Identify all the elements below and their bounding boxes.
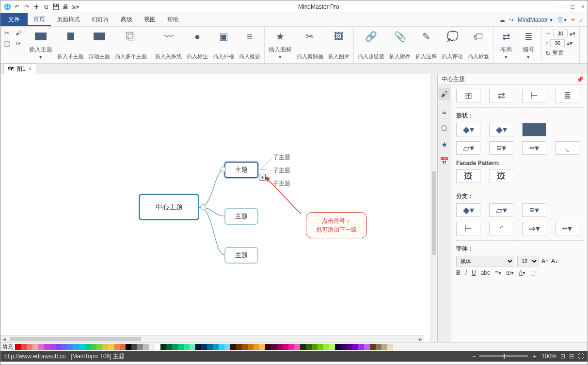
color-swatch[interactable] bbox=[259, 344, 265, 350]
insert-clipart-button[interactable]: ✂插入剪贴画 bbox=[296, 29, 324, 61]
color-swatch[interactable] bbox=[207, 344, 213, 350]
color-swatch[interactable] bbox=[120, 344, 126, 350]
line-dash-button[interactable]: ┅▾ bbox=[522, 141, 546, 155]
vertical-scrollbar[interactable] bbox=[430, 74, 437, 342]
save-icon[interactable]: 💾 bbox=[52, 3, 60, 11]
insert-summary-button[interactable]: ≡插入概要 bbox=[238, 29, 261, 61]
facade-2-button[interactable]: 🖼 bbox=[489, 169, 513, 183]
color-swatch[interactable] bbox=[347, 344, 352, 350]
color-swatch[interactable] bbox=[62, 344, 67, 350]
color-swatch[interactable] bbox=[131, 344, 137, 350]
collapse-handle[interactable]: – bbox=[200, 204, 206, 210]
menu-page-style[interactable]: 页面样式 bbox=[51, 13, 86, 26]
color-swatch[interactable] bbox=[230, 344, 236, 350]
color-swatch[interactable] bbox=[381, 344, 387, 350]
insert-tag-button[interactable]: 🏷插入标签 bbox=[467, 29, 490, 61]
insert-hyperlink-button[interactable]: 🔗插入超链接 bbox=[357, 29, 385, 61]
branch-color-button[interactable]: ◆▾ bbox=[456, 203, 480, 217]
color-swatch[interactable] bbox=[288, 344, 294, 350]
color-swatch[interactable] bbox=[85, 344, 91, 350]
color-swatch[interactable] bbox=[56, 344, 62, 350]
status-url-link[interactable]: http://www.edrawsoft.cn bbox=[4, 353, 66, 360]
insert-image-button[interactable]: 🖼插入图片 bbox=[327, 29, 350, 61]
corner-button[interactable]: ◟ bbox=[555, 141, 579, 155]
insert-relation-button[interactable]: 〰插入关系线 bbox=[154, 29, 183, 61]
color-swatch[interactable] bbox=[102, 344, 108, 350]
branch-dash-button[interactable]: ┅▾ bbox=[555, 222, 579, 235]
insert-topic-button[interactable]: 插入主题▾ bbox=[28, 29, 53, 61]
redo-icon[interactable]: ↷ bbox=[23, 3, 31, 11]
print-icon[interactable]: 🖶 bbox=[62, 3, 69, 11]
shape-button[interactable]: ◆▾ bbox=[489, 123, 513, 136]
globe-icon[interactable]: 🌐 bbox=[3, 3, 11, 11]
cloud-icon[interactable]: ☁ bbox=[499, 17, 505, 23]
fit-width-icon[interactable]: ⊟ bbox=[569, 353, 574, 360]
color-swatch[interactable] bbox=[184, 344, 190, 350]
floating-topic-button[interactable]: 浮动主题 bbox=[88, 29, 111, 61]
brush-icon[interactable]: 🖌 bbox=[14, 29, 23, 37]
outline-tab-icon[interactable]: ≡ bbox=[442, 108, 446, 116]
color-swatch[interactable] bbox=[376, 344, 381, 350]
brand-link[interactable]: MindMaster ▾ bbox=[518, 17, 553, 23]
color-swatch[interactable] bbox=[149, 344, 155, 350]
undo-icon[interactable]: ↶ bbox=[13, 3, 21, 11]
color-swatch[interactable] bbox=[236, 344, 242, 350]
color-swatch[interactable] bbox=[143, 344, 149, 350]
color-swatch[interactable] bbox=[312, 344, 318, 350]
menu-help[interactable]: 帮助 bbox=[161, 13, 185, 26]
color-swatch[interactable] bbox=[190, 344, 195, 350]
color-swatch[interactable] bbox=[364, 344, 370, 350]
color-swatch[interactable] bbox=[73, 344, 79, 350]
theme-tab-icon[interactable]: ⬠ bbox=[441, 124, 447, 133]
minimize-button[interactable]: — bbox=[558, 3, 564, 10]
hspacing-input[interactable] bbox=[553, 30, 568, 37]
font-increase-button[interactable]: A↑ bbox=[541, 258, 548, 265]
color-swatch[interactable] bbox=[201, 344, 207, 350]
numbering-button[interactable]: ≣编号▾ bbox=[519, 29, 538, 61]
color-swatch[interactable] bbox=[294, 344, 300, 350]
shape-rect-button[interactable] bbox=[522, 123, 546, 136]
layout-button[interactable]: ⇄布局▾ bbox=[496, 29, 516, 61]
color-swatch[interactable] bbox=[370, 344, 376, 350]
menu-slideshow[interactable]: 幻灯片 bbox=[86, 13, 115, 26]
color-swatch[interactable] bbox=[155, 344, 160, 350]
color-swatch[interactable] bbox=[335, 344, 341, 350]
fit-page-icon[interactable]: ⊡ bbox=[560, 353, 565, 360]
layout-style-3[interactable]: ⊢ bbox=[522, 89, 546, 102]
share-icon[interactable]: ↪ bbox=[509, 17, 514, 23]
copy-icon[interactable]: ⧉ bbox=[42, 3, 50, 11]
export-icon[interactable]: ⇲▾ bbox=[71, 3, 79, 11]
file-menu[interactable]: 文件 bbox=[0, 13, 28, 26]
font-decrease-button[interactable]: A↓ bbox=[551, 258, 558, 265]
reset-spacing-button[interactable]: ↻重置 bbox=[545, 49, 575, 57]
color-swatch[interactable] bbox=[114, 344, 120, 350]
topic-node-2[interactable]: 主题 bbox=[224, 208, 258, 225]
canvas-area[interactable]: 中心主题 – 主题 ＋ – 主题 主题 子主题 子主题 子主题 点击符号＋ 也可… bbox=[0, 74, 430, 342]
color-swatch[interactable] bbox=[172, 344, 178, 350]
color-swatch[interactable] bbox=[318, 344, 323, 350]
insert-multi-topic-button[interactable]: ⿻插入多个主题 bbox=[114, 29, 148, 61]
center-topic-node[interactable]: 中心主题 bbox=[139, 194, 199, 220]
add-subtopic-handle[interactable]: ＋ bbox=[259, 174, 266, 181]
line-weight-button[interactable]: ≡▾ bbox=[489, 141, 513, 155]
insert-attachment-button[interactable]: 📎插入附件 bbox=[388, 29, 412, 61]
color-swatch[interactable] bbox=[341, 344, 347, 350]
color-swatch[interactable] bbox=[224, 344, 230, 350]
subtopic-2[interactable]: 子主题 bbox=[273, 166, 290, 175]
pin-icon[interactable]: 📌 bbox=[576, 76, 584, 83]
color-swatch[interactable] bbox=[329, 344, 335, 350]
insert-subtopic-button[interactable]: 插入子主题 bbox=[56, 29, 85, 61]
color-swatch[interactable] bbox=[306, 344, 312, 350]
align-button[interactable]: ≡▾ bbox=[495, 269, 501, 276]
color-swatch[interactable] bbox=[358, 344, 364, 350]
insert-comment-button[interactable]: 💭插入评论 bbox=[441, 29, 464, 61]
color-swatch[interactable] bbox=[265, 344, 271, 350]
color-swatch[interactable] bbox=[137, 344, 143, 350]
layout-style-4[interactable]: ≣ bbox=[555, 89, 579, 102]
color-swatch[interactable] bbox=[178, 344, 184, 350]
color-swatch[interactable] bbox=[254, 344, 259, 350]
paste-icon[interactable]: 📋 bbox=[2, 39, 11, 48]
color-swatch[interactable] bbox=[67, 344, 73, 350]
strike-button[interactable]: abc bbox=[481, 269, 490, 276]
color-swatch[interactable] bbox=[160, 344, 166, 350]
